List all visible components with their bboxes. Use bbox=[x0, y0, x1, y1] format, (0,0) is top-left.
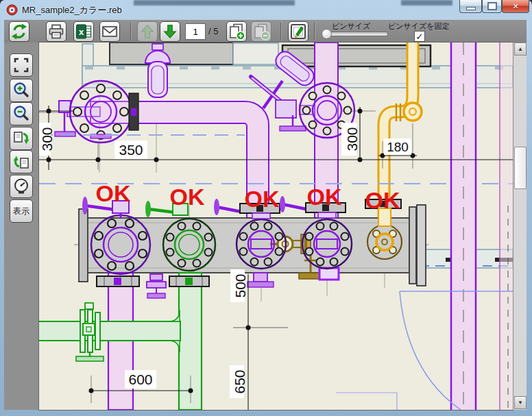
glass-reflection bbox=[134, 0, 295, 5]
pin-size-fixed-label: ピンサイズを固定 bbox=[388, 21, 450, 32]
refresh-icon bbox=[10, 23, 28, 40]
small-purple-valve-1 bbox=[147, 274, 166, 298]
dim-600: 600 bbox=[128, 371, 152, 387]
maximize-icon bbox=[487, 2, 497, 10]
page-total-label: / 5 bbox=[208, 26, 218, 36]
page-number-input[interactable] bbox=[185, 23, 206, 40]
mail-button[interactable] bbox=[99, 21, 120, 42]
minimize-button[interactable] bbox=[459, 0, 482, 13]
check-icon: ✓ bbox=[416, 32, 424, 41]
rotate-right-icon bbox=[12, 129, 31, 148]
zoom-out-icon bbox=[12, 104, 31, 123]
close-button[interactable]: ✕ bbox=[502, 0, 529, 13]
dim-left-300: 300 bbox=[39, 127, 55, 151]
rotate-page-right-button[interactable] bbox=[10, 127, 33, 150]
print-button[interactable] bbox=[46, 21, 66, 42]
add-page-button[interactable] bbox=[226, 21, 247, 42]
gauge-button[interactable] bbox=[10, 175, 33, 198]
display-button-label: 表示 bbox=[13, 206, 29, 217]
annotation-edit-button[interactable] bbox=[288, 21, 309, 42]
export-excel-button[interactable]: x bbox=[73, 21, 94, 42]
toolbar-separator bbox=[314, 23, 315, 40]
zoom-in-button[interactable] bbox=[10, 79, 33, 102]
zoom-out-button[interactable] bbox=[10, 102, 33, 125]
app-window: MR_sample2_カラー.reb ✕ x / 5 bbox=[0, 0, 532, 416]
gate-valve-dark bbox=[129, 93, 138, 130]
mail-icon bbox=[101, 23, 119, 40]
glass-reflection bbox=[401, 0, 452, 5]
vertical-scrollbar[interactable]: ▲ ▼ bbox=[513, 42, 527, 410]
dim-500: 500 bbox=[232, 273, 248, 297]
minimize-icon bbox=[466, 7, 476, 10]
toolbar-separator bbox=[130, 23, 132, 40]
add-page-icon bbox=[227, 22, 246, 41]
fit-screen-icon bbox=[12, 56, 31, 75]
dim-180: 180 bbox=[387, 140, 409, 154]
app-icon bbox=[6, 4, 18, 16]
scroll-down-button[interactable]: ▼ bbox=[514, 396, 527, 409]
svg-text:x: x bbox=[79, 27, 84, 37]
dim-350: 350 bbox=[119, 142, 143, 158]
toolbar: x / 5 ピンサイズ ピンサイズを固定 ✓ bbox=[4, 19, 527, 44]
maximize-button[interactable] bbox=[482, 0, 502, 13]
previous-page-button[interactable] bbox=[137, 21, 158, 42]
ok-annotation-5[interactable]: OK bbox=[365, 187, 400, 213]
dim-650: 650 bbox=[232, 369, 247, 393]
edit-pencil-icon bbox=[289, 23, 307, 40]
page-down-icon bbox=[162, 23, 178, 40]
pin-size-label: ピンサイズ bbox=[332, 21, 370, 32]
zoom-in-icon bbox=[12, 81, 31, 100]
rotate-left-icon bbox=[12, 152, 31, 171]
gauge-icon bbox=[12, 177, 31, 196]
refresh-button[interactable] bbox=[9, 21, 29, 42]
pin-size-fixed-checkbox[interactable]: ✓ bbox=[414, 31, 425, 42]
left-tool-panel: 表示 bbox=[4, 42, 39, 410]
scroll-up-button[interactable]: ▲ bbox=[514, 42, 527, 56]
scroll-thumb[interactable] bbox=[514, 147, 527, 189]
display-options-button[interactable]: 表示 bbox=[10, 199, 33, 223]
dim-right-300: 300 bbox=[344, 127, 360, 151]
excel-icon: x bbox=[75, 23, 93, 40]
close-icon: ✕ bbox=[512, 2, 518, 11]
toolbar-separator bbox=[280, 23, 282, 40]
ok-annotation-4[interactable]: OK bbox=[307, 184, 342, 210]
remove-page-button[interactable] bbox=[251, 21, 271, 42]
remove-page-icon bbox=[252, 22, 271, 41]
scroll-down-icon: ▼ bbox=[518, 400, 523, 406]
pin-size-slider[interactable] bbox=[322, 32, 388, 36]
fit-to-window-button[interactable] bbox=[10, 53, 33, 77]
scroll-up-icon: ▲ bbox=[518, 46, 523, 52]
window-title: MR_sample2_カラー.reb bbox=[22, 4, 122, 16]
rotate-page-left-button[interactable] bbox=[10, 150, 33, 173]
title-bar[interactable]: MR_sample2_カラー.reb ✕ bbox=[0, 0, 532, 19]
page-up-icon bbox=[139, 23, 156, 40]
next-page-button[interactable] bbox=[160, 21, 180, 42]
printer-icon bbox=[47, 23, 65, 40]
pin-size-slider-thumb[interactable] bbox=[322, 29, 332, 39]
ok-annotation-3[interactable]: OK bbox=[245, 186, 280, 212]
drawing-canvas[interactable]: 300 350 300 180 500 600 650 OK OK OK OK … bbox=[39, 42, 513, 410]
ok-annotation-2[interactable]: OK bbox=[170, 184, 205, 210]
ok-annotation-1[interactable]: OK bbox=[96, 180, 131, 206]
drawing-viewport[interactable]: 300 350 300 180 500 600 650 OK OK OK OK … bbox=[39, 42, 513, 410]
